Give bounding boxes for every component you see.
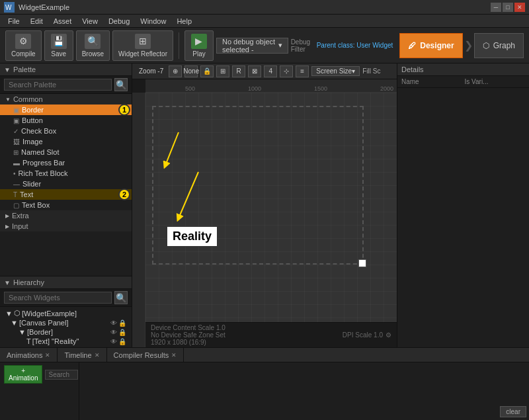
none-btn[interactable]: None [184,65,198,77]
left-panel: ▼ Palette 🔍 ▼ Common ▣ Border 1 ▣ [0,63,132,347]
canvas-footer-info: Device Content Scale 1.0 No Device Safe … [151,324,225,346]
section-input-label: Input [12,222,28,230]
palette-search-input[interactable] [4,79,112,91]
palette-item-image[interactable]: 🖼 Image [0,136,132,147]
graph-button[interactable]: ⬡ Graph [474,33,524,58]
menu-asset[interactable]: Asset [48,16,77,26]
hierarchy-search-button[interactable]: 🔍 [114,291,128,304]
palette-header[interactable]: ▼ Palette [0,63,132,76]
debug-dropdown[interactable]: No debug object selected - ▾ [216,38,288,54]
named-slot-icon: ⊞ [13,149,19,156]
hierarchy-item-root[interactable]: ▼ ⬡ [WidgetExample] [0,308,132,318]
menu-help[interactable]: Help [171,16,197,26]
close-button[interactable]: ✕ [514,3,525,12]
timeline-tab-close[interactable]: ✕ [95,352,100,358]
play-button[interactable]: ▶ Play [184,30,214,61]
palette-item-text[interactable]: T Text 2 [0,189,132,200]
reality-text-widget[interactable]: Reality [167,226,218,247]
grid-btn[interactable]: ⊞ [216,65,229,77]
device-safe-zone: No Device Safe Zone Set [151,331,225,339]
hierarchy-search-input[interactable] [4,292,112,304]
compile-button[interactable]: ⚙ Compile [5,30,42,61]
canvas-widget-box[interactable]: Reality [152,106,364,265]
animation-search-input[interactable] [45,370,78,380]
resize-handle[interactable] [358,259,366,267]
palette-search-bar: 🔍 [0,76,132,94]
canvas-grid: Reality [145,93,397,347]
input-expand-icon: ▶ [5,224,9,230]
palette-section-extra-header[interactable]: ▶ Extra [0,210,132,221]
hierarchy-search-bar: 🔍 [0,289,132,307]
lock-btn[interactable]: 🔒 [200,65,214,77]
extra-expand-icon: ▶ [5,213,9,219]
clear-button[interactable]: clear [500,406,526,417]
save-button[interactable]: 💾 Save [44,30,73,61]
palette-section-input-header[interactable]: ▶ Input [0,221,132,231]
palette-section-common-header[interactable]: ▼ Common [0,94,132,105]
menu-window[interactable]: Window [135,16,171,26]
screen-size-button[interactable]: Screen Size▾ [311,66,360,76]
timeline-panel [79,362,529,420]
hierarchy-section: ▼ Hierarchy 🔍 ▼ ⬡ [WidgetExample] ▼ [0,276,132,347]
menu-view[interactable]: View [77,16,103,26]
maximize-button[interactable]: □ [503,3,513,12]
slider-icon: — [13,181,20,188]
dpi-scale: DPI Scale 1.0 ⚙ [343,331,391,339]
palette-search-button[interactable]: 🔍 [114,78,128,91]
palette-item-slider[interactable]: — Slider [0,179,132,189]
palette-section-common: ▼ Common ▣ Border 1 ▣ Button ✓ Check Box [0,94,132,210]
root-bullet: ⬡ [14,309,20,317]
palette-item-progress-bar[interactable]: ▬ Progress Bar [0,157,132,168]
tab-timeline[interactable]: Timeline ✕ [58,348,106,362]
canvas-viewport[interactable]: 500 1000 1500 2000 Reality [132,79,397,347]
canvas-footer: Device Content Scale 1.0 No Device Safe … [145,322,397,347]
minimize-button[interactable]: ─ [491,3,501,12]
palette-item-button[interactable]: ▣ Button [0,115,132,126]
hierarchy-item-text[interactable]: T [Text] "Reality" 👁 🔒 [0,337,132,346]
animations-toolbar: + Animation 🔍 [0,362,79,386]
num4-btn[interactable]: 4 [264,65,277,77]
hierarchy-collapse-icon: ▼ [4,279,11,286]
menu-edit[interactable]: Edit [25,16,48,26]
animations-tab-close[interactable]: ✕ [45,352,50,358]
ref-btn[interactable]: R [232,65,245,77]
add-animation-button[interactable]: + Animation [4,365,42,384]
hierarchy-header[interactable]: ▼ Hierarchy [0,276,132,289]
menu-file[interactable]: File [3,16,25,26]
palette-item-textbox[interactable]: ▢ Text Box [0,200,132,210]
dpi-settings-icon[interactable]: ⚙ [386,331,391,339]
palette-section-extra: ▶ Extra [0,210,132,221]
fill-sc-label: Fill Sc [362,67,380,75]
text-lock-icon: 🔒 [118,338,126,345]
palette-item-named-slot[interactable]: ⊞ Named Slot [0,147,132,157]
browse-button[interactable]: 🔍 Browse [76,30,110,61]
text-eye-icon: 👁 [110,338,117,345]
palette-item-checkbox[interactable]: ✓ Check Box [0,126,132,136]
tab-compiler-results[interactable]: Compiler Results ✕ [107,348,184,362]
canvas-content[interactable]: Reality [145,93,397,347]
hierarchy-item-border[interactable]: ▼ [Border] 👁 🔒 [0,327,132,337]
details-col-isvariable: Is Vari... [464,77,527,86]
tab-animations[interactable]: Animations ✕ [0,348,58,362]
menu-debug[interactable]: Debug [103,16,135,26]
palette-item-rich-text[interactable]: • Rich Text Block [0,168,132,179]
annotation-2: 2 [118,189,130,200]
palette-item-border[interactable]: ▣ Border 1 [0,105,132,115]
pos-btn[interactable]: ⊹ [280,65,293,77]
annotation-1: 1 [118,104,130,116]
hierarchy-item-canvas[interactable]: ▼ [Canvas Panel] 👁 🔒 [0,318,132,327]
extra-btn[interactable]: ≡ [296,65,309,77]
snap-btn[interactable]: ⊠ [248,65,261,77]
widget-reflector-button[interactable]: ⊞ Widget Reflector [112,30,173,61]
zoom-icon-btn[interactable]: ⊕ [169,65,182,77]
main-toolbar: ⚙ Compile 💾 Save 🔍 Browse ⊞ Widget Refle… [0,28,529,63]
compiler-results-tab-close[interactable]: ✕ [171,352,177,358]
bottom-section: Animations ✕ Timeline ✕ Compiler Results… [0,347,529,420]
rich-text-icon: • [13,170,16,177]
text-node-icon: T [26,337,31,345]
graph-icon: ⬡ [483,41,489,50]
palette-list: ▼ Common ▣ Border 1 ▣ Button ✓ Check Box [0,94,132,276]
textbox-icon: ▢ [13,202,19,209]
text-icon: T [13,191,17,198]
designer-button[interactable]: 🖊 Designer [399,33,462,58]
